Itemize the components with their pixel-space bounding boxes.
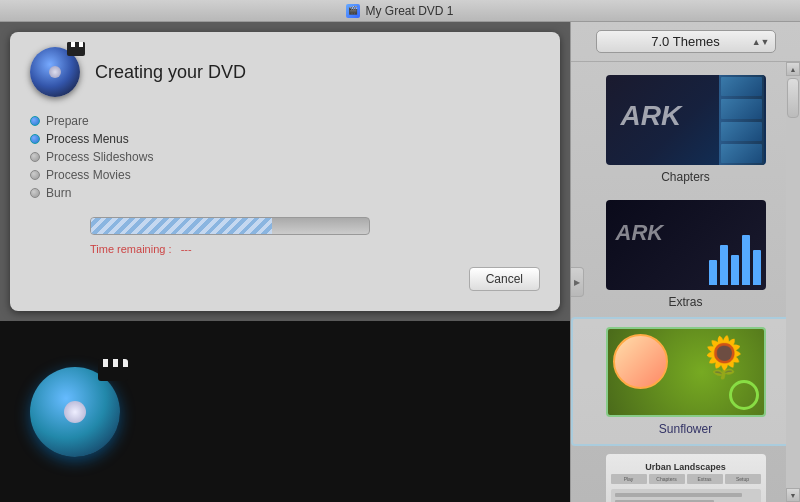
sunflower-face	[613, 334, 668, 389]
theme-thumbnail-extras	[606, 200, 766, 290]
theme-item-extras[interactable]: Extras	[571, 192, 800, 317]
dvd-icon-inner	[30, 47, 80, 97]
themes-header: 7.0 Themes ▲▼	[571, 22, 800, 62]
scrollbar[interactable]: ▲ ▼	[786, 62, 800, 502]
scroll-down-button[interactable]: ▼	[786, 488, 800, 502]
step-process-menus: Process Menus	[30, 130, 540, 148]
modern-title-text: Urban Landscapes	[645, 462, 726, 472]
preview-area	[0, 321, 570, 502]
theme-thumbnail-chapters	[606, 75, 766, 165]
scroll-up-button[interactable]: ▲	[786, 62, 800, 76]
progress-dialog: Creating your DVD Prepare Process Menus …	[10, 32, 560, 311]
step-process-slideshows: Process Slideshows	[30, 148, 540, 166]
theme-label-extras: Extras	[668, 295, 702, 309]
step-dot-prepare	[30, 116, 40, 126]
window-title: My Great DVD 1	[365, 4, 453, 18]
sunflower-icon: 🌻	[699, 334, 749, 381]
step-dot-movies	[30, 170, 40, 180]
themes-dropdown[interactable]: 7.0 Themes	[596, 30, 776, 53]
theme-item-chapters[interactable]: Chapters	[571, 67, 800, 192]
theme-item-modern[interactable]: Urban Landscapes Play Chapters Extras Se…	[571, 446, 800, 502]
dvd-large-icon	[30, 367, 120, 457]
expand-arrow-icon[interactable]: ▶	[571, 267, 584, 297]
time-remaining: Time remaining : ---	[90, 243, 540, 255]
step-burn: Burn	[30, 184, 540, 202]
steps-list: Prepare Process Menus Process Slideshows…	[30, 112, 540, 202]
right-panel: 7.0 Themes ▲▼ ▶ Chapters	[570, 22, 800, 502]
spiral-decoration	[729, 380, 759, 410]
dialog-title: Creating your DVD	[95, 62, 246, 83]
step-dot-menus	[30, 134, 40, 144]
theme-label-chapters: Chapters	[661, 170, 710, 184]
film-strip	[719, 75, 764, 165]
theme-thumbnail-modern: Urban Landscapes Play Chapters Extras Se…	[606, 454, 766, 502]
themes-list[interactable]: ▶ Chapters	[571, 62, 800, 502]
title-bar: 🎬 My Great DVD 1	[0, 0, 800, 22]
dvd-small-icon	[30, 47, 80, 97]
theme-label-sunflower: Sunflower	[659, 422, 712, 436]
big-clapper-icon	[98, 359, 128, 381]
themes-select-wrapper[interactable]: 7.0 Themes ▲▼	[596, 30, 776, 53]
step-process-movies: Process Movies	[30, 166, 540, 184]
bar-chart	[709, 235, 761, 285]
step-dot-slideshows	[30, 152, 40, 162]
progress-bar-fill	[91, 218, 272, 234]
title-icon: 🎬	[346, 4, 360, 18]
progress-container	[90, 217, 540, 235]
modern-nav-tabs: Play Chapters Extras Setup	[611, 474, 761, 484]
clapper-icon	[67, 42, 85, 56]
dialog-actions: Cancel	[90, 267, 540, 291]
left-panel: Creating your DVD Prepare Process Menus …	[0, 22, 570, 502]
modern-content-area	[611, 489, 761, 502]
scroll-track[interactable]	[786, 76, 800, 488]
step-dot-burn	[30, 188, 40, 198]
step-prepare: Prepare	[30, 112, 540, 130]
cancel-button[interactable]: Cancel	[469, 267, 540, 291]
theme-thumbnail-sunflower: 🌻	[606, 327, 766, 417]
scroll-thumb[interactable]	[787, 78, 799, 118]
dialog-header: Creating your DVD	[30, 47, 540, 97]
theme-item-sunflower[interactable]: 🌻 Sunflower	[571, 317, 800, 446]
progress-bar-outer	[90, 217, 370, 235]
main-container: Creating your DVD Prepare Process Menus …	[0, 22, 800, 502]
